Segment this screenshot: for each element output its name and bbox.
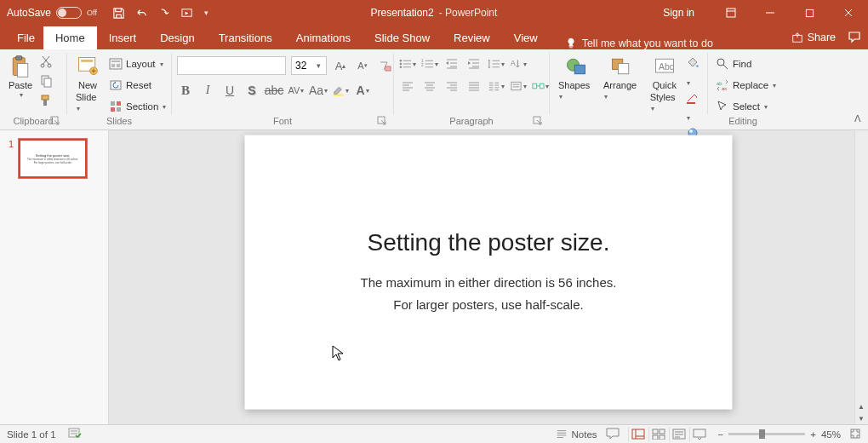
shape-fill-icon[interactable]: ▾ [686, 56, 702, 89]
save-icon[interactable] [112, 7, 125, 20]
format-painter-icon[interactable] [39, 94, 53, 111]
zoom-out-button[interactable]: − [718, 429, 724, 440]
svg-rect-60 [694, 429, 705, 437]
font-dialog-launcher-icon[interactable] [376, 116, 388, 128]
tab-file[interactable]: File [9, 26, 43, 49]
text-direction-icon[interactable]: A▾ [510, 56, 527, 72]
character-spacing-icon[interactable]: AV▾ [288, 82, 305, 99]
replace-button[interactable]: abacReplace▾ [713, 76, 779, 95]
increase-indent-icon[interactable] [465, 56, 483, 72]
tab-view[interactable]: View [502, 26, 550, 49]
qat-customize-icon[interactable]: ▾ [204, 9, 208, 17]
font-highlight-icon[interactable]: ▾ [332, 82, 349, 99]
clear-formatting-icon[interactable] [376, 57, 393, 74]
slide-body-line-1[interactable]: The maximum in either direction is 56 in… [361, 272, 617, 294]
paste-button[interactable]: Paste ▾ [5, 53, 36, 101]
align-text-icon[interactable]: ▾ [510, 78, 527, 94]
tab-home[interactable]: Home [43, 26, 97, 49]
arrange-button[interactable]: Arrange ▾ [600, 53, 643, 103]
autosave-toggle[interactable]: AutoSave Off [7, 7, 97, 19]
underline-button[interactable]: U [221, 82, 238, 99]
paragraph-dialog-launcher-icon[interactable] [532, 116, 544, 128]
notes-button[interactable]: Notes [556, 429, 597, 440]
slide-canvas-area[interactable]: Setting the poster size. The maximum in … [109, 130, 868, 424]
font-size-combo[interactable]: ▾ [291, 56, 327, 75]
normal-view-icon[interactable] [628, 427, 648, 442]
section-button[interactable]: Section▾ [106, 97, 168, 116]
shape-outline-icon[interactable]: ▾ [686, 91, 702, 124]
columns-icon[interactable]: ▾ [488, 78, 505, 94]
share-button[interactable]: Share [791, 32, 836, 43]
tab-insert[interactable]: Insert [97, 26, 149, 49]
ribbon-display-options-icon[interactable] [711, 0, 751, 26]
cut-icon[interactable] [39, 55, 53, 72]
align-right-icon[interactable] [443, 78, 460, 94]
svg-rect-1 [727, 9, 735, 17]
thumbnail-pane[interactable]: 1 Setting the poster size. The maximum i… [0, 130, 109, 424]
svg-point-31 [400, 63, 402, 65]
tab-design[interactable]: Design [148, 26, 206, 49]
select-button[interactable]: Select▾ [713, 97, 779, 116]
tab-animations[interactable]: Animations [284, 26, 363, 49]
comments-pane-icon[interactable] [606, 428, 620, 441]
font-color-icon[interactable]: A▾ [354, 82, 371, 99]
tab-slideshow[interactable]: Slide Show [363, 26, 442, 49]
svg-rect-26 [117, 107, 121, 112]
signin-link[interactable]: Sign in [663, 7, 694, 19]
reset-button[interactable]: Reset [106, 76, 168, 95]
zoom-percent[interactable]: 45% [821, 429, 841, 440]
bullets-icon[interactable]: ▾ [399, 56, 416, 72]
group-paragraph: Paragraph [399, 116, 544, 128]
copy-icon[interactable] [39, 74, 53, 91]
zoom-slider[interactable] [728, 433, 805, 435]
find-button[interactable]: Find [713, 55, 779, 73]
comments-icon[interactable] [848, 30, 861, 46]
close-icon[interactable] [829, 0, 868, 26]
slide-1[interactable]: Setting the poster size. The maximum in … [245, 135, 733, 409]
slide-body-line-2[interactable]: For larger posters, use half-scale. [393, 293, 583, 315]
tell-me-search[interactable]: Tell me what you want to do [565, 37, 713, 49]
vertical-scrollbar[interactable]: ▲ ▼ [854, 130, 868, 424]
minimize-icon[interactable] [751, 0, 790, 26]
clipboard-dialog-launcher-icon[interactable] [49, 116, 61, 128]
slide-counter[interactable]: Slide 1 of 1 [7, 429, 56, 440]
next-slide-icon[interactable]: ▼ [854, 412, 868, 424]
numbering-icon[interactable]: 12▾ [421, 56, 438, 72]
tab-transitions[interactable]: Transitions [207, 26, 284, 49]
slideshow-view-icon[interactable] [689, 427, 710, 442]
fit-to-window-icon[interactable] [849, 428, 861, 441]
italic-button[interactable]: I [199, 82, 216, 99]
redo-icon[interactable] [158, 7, 171, 20]
change-case-button[interactable]: Aa▾ [310, 82, 327, 99]
layout-button[interactable]: Layout▾ [106, 55, 168, 73]
justify-icon[interactable] [465, 78, 483, 94]
align-center-icon[interactable] [421, 78, 438, 94]
new-slide-button[interactable]: New Slide ▾ [72, 53, 103, 115]
shadow-button[interactable]: S [243, 82, 260, 99]
reading-view-icon[interactable] [669, 427, 689, 442]
strikethrough-button[interactable]: abc [266, 82, 283, 99]
zoom-in-button[interactable]: + [810, 429, 816, 440]
undo-icon[interactable] [135, 7, 148, 20]
prev-slide-icon[interactable]: ▲ [854, 400, 868, 412]
quick-styles-button[interactable]: Abc Quick Styles ▾ [647, 53, 682, 115]
line-spacing-icon[interactable]: ▾ [488, 56, 505, 72]
increase-font-icon[interactable]: A▴ [332, 57, 349, 74]
decrease-font-icon[interactable]: A▾ [354, 57, 371, 74]
shapes-button[interactable]: Shapes ▾ [555, 53, 597, 103]
font-name-combo[interactable]: ▾ [177, 56, 286, 75]
maximize-icon[interactable] [790, 0, 829, 26]
slide-sorter-icon[interactable] [648, 427, 669, 442]
align-left-icon[interactable] [399, 78, 416, 94]
spellcheck-icon[interactable] [68, 428, 82, 441]
collapse-ribbon-icon[interactable]: ᐱ [854, 113, 861, 124]
slide-thumbnail-1[interactable]: Setting the poster size. The maximum in … [19, 139, 87, 178]
svg-rect-55 [653, 429, 658, 434]
bold-button[interactable]: B [177, 82, 194, 99]
smartart-icon[interactable]: ▾ [532, 78, 549, 94]
svg-rect-28 [334, 95, 343, 96]
tab-review[interactable]: Review [442, 26, 502, 49]
slide-title[interactable]: Setting the poster size. [368, 229, 610, 256]
start-from-beginning-icon[interactable] [181, 7, 194, 20]
decrease-indent-icon[interactable] [443, 56, 460, 72]
